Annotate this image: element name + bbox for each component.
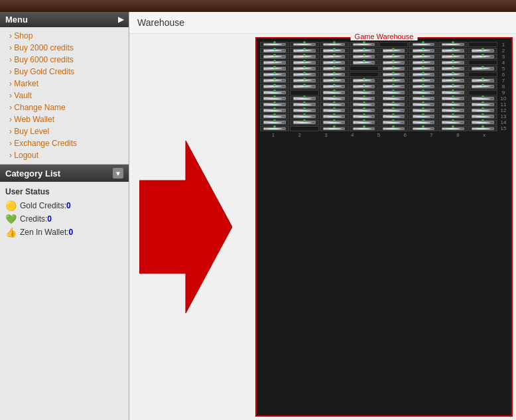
grid-cell[interactable] [379,66,409,71]
grid-cell[interactable] [290,120,319,125]
grid-cell[interactable] [468,42,497,47]
grid-cell[interactable] [350,120,379,125]
sidebar-nav-item[interactable]: Buy 6000 credits [0,54,129,66]
grid-cell[interactable] [468,108,497,113]
grid-cell[interactable] [290,114,319,119]
grid-cell[interactable] [438,126,468,131]
sidebar-nav-item[interactable]: Change Name [0,102,129,113]
grid-cell[interactable] [350,102,379,107]
grid-cell[interactable] [290,42,319,47]
grid-cell[interactable] [320,96,349,102]
grid-cell[interactable] [290,96,319,102]
grid-cell[interactable] [468,102,497,107]
grid-cell[interactable] [290,72,319,77]
grid-cell[interactable] [379,54,409,59]
grid-cell[interactable] [260,66,289,71]
grid-cell[interactable] [320,108,349,113]
grid-cell[interactable] [290,54,319,59]
sidebar-nav-item[interactable]: Buy 2000 credits [0,42,129,54]
grid-cell[interactable] [379,114,409,119]
grid-cell[interactable] [409,90,438,96]
grid-cell[interactable] [379,96,409,102]
grid-cell[interactable] [468,66,497,71]
grid-cell[interactable] [468,78,497,83]
grid-cell[interactable] [320,72,349,77]
sidebar-nav-item[interactable]: Shop [0,30,129,42]
grid-cell[interactable] [438,96,468,102]
grid-cell[interactable] [409,66,438,71]
grid-cell[interactable] [350,66,379,71]
grid-cell[interactable] [350,84,379,89]
grid-cell[interactable] [468,114,497,119]
category-list-header[interactable]: Category List ▼ [0,165,129,182]
sidebar-nav-item[interactable]: Exchange Credits [0,137,129,149]
grid-cell[interactable] [438,72,468,77]
grid-cell[interactable] [409,84,438,89]
grid-cell[interactable] [379,48,409,53]
grid-cell[interactable] [320,78,349,83]
grid-cell[interactable] [350,78,379,83]
grid-cell[interactable] [350,90,379,96]
grid-cell[interactable] [320,66,349,71]
grid-cell[interactable] [438,60,468,65]
grid-cell[interactable] [438,108,468,113]
sidebar-nav-item[interactable]: Buy Level [0,125,129,137]
grid-cell[interactable] [468,96,497,102]
grid-cell[interactable] [438,54,468,59]
grid-cell[interactable] [350,108,379,113]
grid-cell[interactable] [260,90,289,96]
grid-cell[interactable] [409,42,438,47]
grid-cell[interactable] [320,54,349,59]
grid-cell[interactable] [260,42,289,47]
grid-cell[interactable] [350,96,379,102]
grid-cell[interactable] [379,84,409,89]
grid-cell[interactable] [438,84,468,89]
grid-cell[interactable] [320,126,349,131]
grid-cell[interactable] [379,108,409,113]
grid-cell[interactable] [379,126,409,131]
grid-cell[interactable] [320,42,349,47]
grid-cell[interactable] [409,60,438,65]
sidebar-nav-item[interactable]: Buy Gold Credits [0,66,129,78]
grid-cell[interactable] [320,48,349,53]
grid-cell[interactable] [260,102,289,107]
grid-cell[interactable] [438,48,468,53]
grid-cell[interactable] [409,102,438,107]
grid-cell[interactable] [350,126,379,131]
grid-cell[interactable] [409,78,438,83]
grid-cell[interactable] [260,54,289,59]
grid-cell[interactable] [290,108,319,113]
grid-cell[interactable] [468,90,497,96]
grid-cell[interactable] [290,90,319,96]
grid-cell[interactable] [260,48,289,53]
grid-cell[interactable] [409,48,438,53]
grid-cell[interactable] [409,108,438,113]
grid-cell[interactable] [350,114,379,119]
category-arrow-icon[interactable]: ▼ [113,168,123,178]
grid-cell[interactable] [290,66,319,71]
grid-cell[interactable] [350,72,379,77]
grid-cell[interactable] [468,60,497,65]
grid-cell[interactable] [260,72,289,77]
grid-cell[interactable] [320,102,349,107]
sidebar-nav-item[interactable]: Web Wallet [0,113,129,125]
grid-cell[interactable] [290,126,319,131]
grid-cell[interactable] [260,78,289,83]
grid-cell[interactable] [290,84,319,89]
grid-cell[interactable] [438,42,468,47]
sidebar-nav-item[interactable]: Logout [0,149,129,161]
grid-cell[interactable] [350,54,379,59]
grid-cell[interactable] [409,120,438,125]
grid-cell[interactable] [468,72,497,77]
grid-cell[interactable] [350,42,379,47]
grid-cell[interactable] [409,114,438,119]
grid-cell[interactable] [290,78,319,83]
grid-cell[interactable] [438,66,468,71]
grid-cell[interactable] [320,60,349,65]
grid-cell[interactable] [320,120,349,125]
grid-cell[interactable] [379,42,409,47]
grid-cell[interactable] [379,78,409,83]
grid-cell[interactable] [379,60,409,65]
grid-cell[interactable] [438,114,468,119]
grid-cell[interactable] [320,90,349,96]
